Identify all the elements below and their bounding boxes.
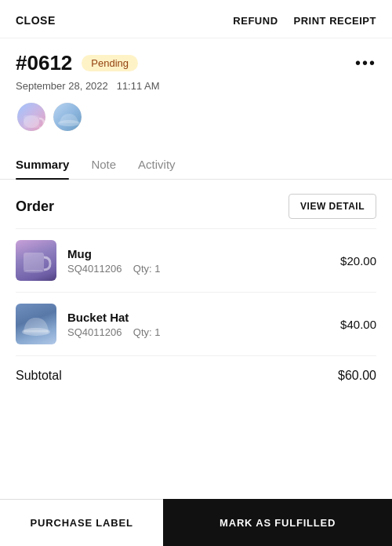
item-details-hat: Bucket Hat SQ4011206 Qty: 1 (67, 311, 329, 338)
line-item-mug: Mug SQ4011206 Qty: 1 $20.00 (16, 228, 376, 292)
print-receipt-button[interactable]: PRINT RECEIPT (294, 15, 376, 27)
item-name-hat: Bucket Hat (67, 311, 329, 324)
item-sku-hat: SQ4011206 Qty: 1 (67, 326, 329, 338)
order-section-title: Order (16, 198, 54, 215)
item-sku-mug: SQ4011206 Qty: 1 (67, 263, 329, 275)
product-avatars (16, 101, 376, 133)
tab-note[interactable]: Note (91, 150, 116, 179)
item-name-mug: Mug (67, 247, 329, 260)
header-actions: REFUND PRINT RECEIPT (233, 15, 376, 27)
main-content: Order VIEW DETAIL Mug SQ4011206 Qty: 1 $… (0, 180, 392, 482)
avatar-hat-image (53, 103, 82, 131)
view-detail-button[interactable]: VIEW DETAIL (289, 194, 376, 219)
mark-fulfilled-button[interactable]: MARK AS FULFILLED (163, 499, 392, 546)
bottom-bar: PURCHASE LABEL MARK AS FULFILLED (0, 499, 392, 546)
order-time-text: 11:11 AM (117, 80, 160, 92)
subtotal-row: Subtotal $60.00 (16, 355, 376, 395)
item-image-hat (16, 304, 56, 344)
item-price-mug: $20.00 (340, 254, 376, 268)
status-badge: Pending (82, 55, 138, 71)
order-meta: #0612 Pending ••• September 28, 2022 11:… (0, 38, 392, 150)
avatar-mug-image (17, 103, 45, 131)
order-date-text: September 28, 2022 (16, 80, 108, 92)
item-image-mug (16, 240, 56, 281)
avatar-hat (52, 101, 83, 133)
item-details-mug: Mug SQ4011206 Qty: 1 (67, 247, 329, 275)
purchase-label-button[interactable]: PURCHASE LABEL (0, 499, 163, 546)
close-button[interactable]: CLOSE (16, 14, 56, 27)
item-price-hat: $40.00 (340, 318, 376, 331)
svg-rect-6 (24, 330, 49, 333)
tab-summary[interactable]: Summary (16, 150, 69, 179)
order-date: September 28, 2022 11:11 AM (16, 80, 376, 92)
order-section-header: Order VIEW DETAIL (16, 180, 376, 228)
refund-button[interactable]: REFUND (233, 15, 278, 27)
line-item-bucket-hat: Bucket Hat SQ4011206 Qty: 1 $40.00 (16, 292, 376, 355)
svg-rect-1 (24, 115, 39, 128)
svg-point-4 (24, 270, 44, 273)
tabs: Summary Note Activity (0, 150, 392, 180)
order-title-row: #0612 Pending ••• (16, 51, 376, 75)
header: CLOSE REFUND PRINT RECEIPT (0, 0, 392, 38)
order-number: #0612 (16, 51, 72, 75)
subtotal-label: Subtotal (16, 369, 62, 383)
svg-rect-3 (24, 253, 44, 271)
subtotal-value: $60.00 (338, 369, 376, 383)
tab-activity[interactable]: Activity (138, 150, 176, 179)
avatar-mug (16, 101, 47, 133)
more-options-button[interactable]: ••• (355, 54, 376, 72)
